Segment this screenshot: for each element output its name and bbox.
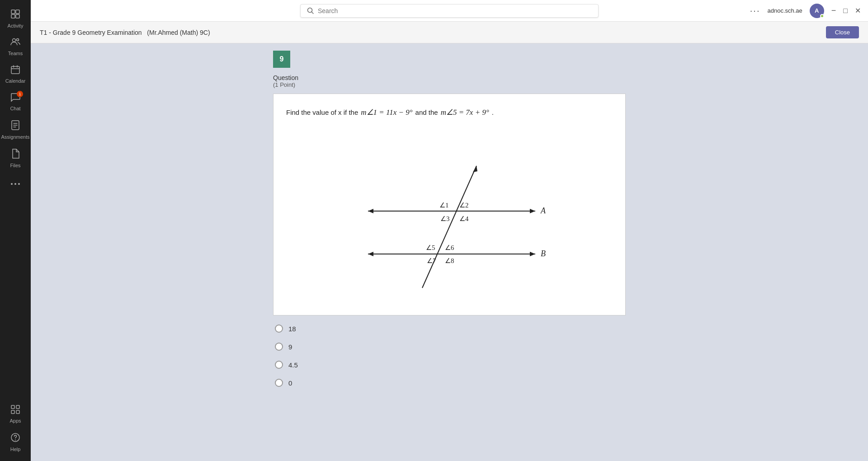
svg-text:∠5: ∠5 [426, 244, 435, 251]
sidebar-item-activity[interactable]: Activity [0, 5, 31, 33]
svg-text:∠6: ∠6 [445, 244, 454, 251]
svg-point-10 [18, 183, 20, 185]
radio-4.5[interactable] [275, 361, 283, 369]
exam-titlebar: T1 - Grade 9 Geometry Examination (Mr.Ah… [31, 22, 868, 43]
assignments-icon [11, 120, 20, 132]
help-icon [10, 433, 20, 445]
svg-point-16 [15, 440, 16, 441]
svg-text:A: A [540, 206, 546, 215]
files-label: Files [10, 163, 20, 168]
sidebar-item-files[interactable]: Files [0, 144, 31, 173]
avatar[interactable]: A [810, 4, 824, 18]
sidebar-item-calendar[interactable]: Calendar [0, 61, 31, 88]
diagram-svg: A B [332, 139, 567, 292]
svg-rect-14 [16, 410, 19, 414]
formula1: m∠1 = 11x − 9° [361, 108, 412, 117]
svg-rect-2 [11, 14, 15, 18]
svg-rect-6 [11, 66, 19, 74]
chat-label: Chat [10, 106, 20, 111]
sidebar-item-chat[interactable]: 1 Chat [0, 88, 31, 116]
minimize-button[interactable]: − [831, 6, 836, 15]
answer-option-4[interactable]: 0 [275, 379, 624, 387]
svg-text:B: B [541, 249, 546, 258]
dots-menu[interactable]: ··· [750, 5, 760, 16]
sidebar-item-teams[interactable]: Teams [0, 33, 31, 61]
radio-18[interactable] [275, 325, 283, 333]
option-label-4: 0 [288, 379, 292, 387]
svg-text:∠7: ∠7 [427, 257, 436, 264]
answer-option-3[interactable]: 4.5 [275, 361, 624, 369]
question-header: Question (1 Point) [273, 72, 626, 94]
files-icon [11, 149, 20, 161]
question-badge: 9 [273, 51, 290, 68]
user-domain: adnoc.sch.ae [767, 7, 802, 14]
activity-label: Activity [8, 23, 24, 28]
answer-option-1[interactable]: 18 [275, 325, 624, 333]
svg-marker-27 [473, 166, 477, 172]
svg-text:∠2: ∠2 [459, 202, 469, 209]
question-text: Find the value of x if the m∠1 = 11x − 9… [286, 108, 613, 117]
search-icon [307, 7, 314, 14]
radio-9[interactable] [275, 343, 283, 351]
svg-marker-20 [530, 209, 535, 213]
radio-0[interactable] [275, 379, 283, 387]
svg-rect-0 [11, 10, 15, 14]
svg-rect-11 [11, 405, 14, 409]
option-label-3: 4.5 [288, 361, 298, 369]
chat-icon: 1 [10, 93, 20, 104]
sidebar: Activity Teams Calendar 1 [0, 0, 31, 461]
teams-icon [10, 38, 20, 49]
search-input[interactable] [318, 7, 592, 14]
svg-rect-12 [16, 405, 19, 409]
sidebar-item-assignments[interactable]: Assignments [0, 116, 31, 144]
assignments-label: Assignments [1, 134, 30, 140]
answer-options: 18 9 4.5 0 [273, 315, 626, 387]
apps-icon [11, 405, 20, 416]
svg-rect-3 [16, 14, 19, 18]
svg-rect-1 [16, 10, 19, 14]
geometry-diagram: A B [286, 130, 613, 301]
svg-point-9 [14, 183, 16, 185]
answer-option-2[interactable]: 9 [275, 343, 624, 351]
svg-point-5 [17, 39, 19, 41]
question-content-box: Find the value of x if the m∠1 = 11x − 9… [273, 94, 626, 315]
more-icon [10, 177, 20, 188]
svg-point-8 [11, 183, 13, 185]
option-label-1: 18 [288, 325, 296, 333]
close-button[interactable]: Close [826, 26, 859, 38]
window-close-button[interactable]: ✕ [855, 6, 861, 15]
activity-icon [10, 9, 20, 21]
formula2: m∠5 = 7x + 9° [441, 108, 489, 117]
sidebar-item-help[interactable]: Help [0, 428, 31, 456]
svg-text:∠4: ∠4 [459, 215, 469, 222]
maximize-button[interactable]: □ [843, 7, 848, 15]
svg-line-26 [422, 166, 476, 288]
question-points: (1 Point) [273, 81, 626, 88]
svg-marker-24 [530, 252, 535, 256]
search-bar[interactable] [300, 4, 599, 18]
svg-text:∠1: ∠1 [439, 202, 449, 209]
svg-point-4 [13, 39, 16, 42]
exam-content: 9 Question (1 Point) Find the value of x… [273, 43, 626, 461]
chat-badge: 1 [17, 91, 23, 97]
svg-text:∠3: ∠3 [440, 215, 450, 222]
apps-label: Apps [9, 418, 21, 423]
svg-text:∠8: ∠8 [445, 257, 454, 264]
calendar-icon [11, 65, 20, 76]
question-label: Question [273, 74, 626, 81]
help-label: Help [10, 447, 21, 452]
calendar-label: Calendar [5, 78, 26, 84]
sidebar-item-apps[interactable]: Apps [0, 400, 31, 428]
option-label-2: 9 [288, 343, 292, 351]
svg-marker-19 [368, 209, 373, 213]
main-content: T1 - Grade 9 Geometry Examination (Mr.Ah… [31, 22, 868, 461]
svg-marker-23 [368, 252, 373, 256]
teams-label: Teams [8, 51, 23, 56]
online-indicator [820, 14, 824, 18]
exam-title: T1 - Grade 9 Geometry Examination (Mr.Ah… [40, 29, 210, 36]
sidebar-item-more[interactable] [0, 173, 31, 192]
svg-rect-13 [11, 410, 14, 414]
exam-scroll-area[interactable]: 9 Question (1 Point) Find the value of x… [31, 43, 868, 461]
